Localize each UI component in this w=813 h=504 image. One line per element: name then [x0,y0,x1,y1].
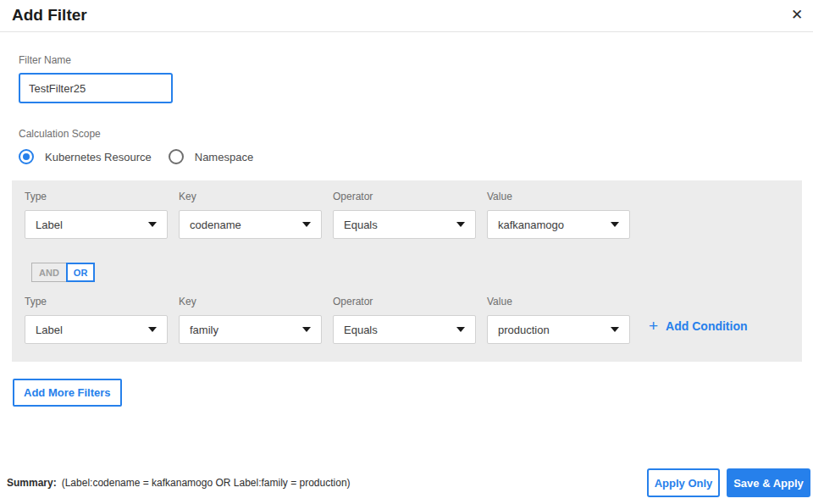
radio-namespace[interactable]: Namespace [169,149,253,164]
header-divider [0,31,813,32]
type-label: Type [25,296,168,307]
and-toggle-button[interactable]: AND [31,263,67,282]
chevron-down-icon [148,222,157,227]
radio-unselected-icon[interactable] [169,149,184,164]
dropdown-value: Equals [344,219,378,231]
chevron-down-icon [611,222,619,227]
key-label: Key [179,191,322,202]
chevron-down-icon [302,327,311,332]
dropdown-value: family [190,324,218,336]
filter-name-input[interactable] [19,73,173,103]
condition2-value-dropdown[interactable]: production [487,315,630,344]
chevron-down-icon [611,327,619,332]
condition1-operator-group: Operator Equals [333,191,476,239]
dropdown-value: production [498,324,550,336]
condition2-key-dropdown[interactable]: family [179,315,322,344]
chevron-down-icon [456,222,465,227]
condition2-type-dropdown[interactable]: Label [25,315,168,344]
value-label: Value [487,191,630,202]
dropdown-value: codename [190,219,241,231]
add-condition-label: Add Condition [666,319,747,333]
dropdown-value: kafkanamogo [498,219,564,231]
save-and-apply-button[interactable]: Save & Apply [727,468,810,497]
condition1-type-group: Type Label [25,191,168,239]
add-more-filters-button[interactable]: Add More Filters [13,379,122,407]
summary-expression: (Label:codename = kafkanamogo OR Label:f… [62,477,351,489]
condition1-key-dropdown[interactable]: codename [179,210,322,239]
condition1-type-dropdown[interactable]: Label [25,210,168,239]
radio-selected-icon[interactable] [19,149,34,164]
condition1-key-group: Key codename [179,191,322,239]
key-label: Key [179,296,322,307]
summary-label: Summary: [7,477,57,489]
condition2-value-group: Value production [487,296,630,344]
operator-label: Operator [333,296,476,307]
chevron-down-icon [302,222,311,227]
condition1-value-dropdown[interactable]: kafkanamogo [487,210,630,239]
or-toggle-button[interactable]: OR [66,263,96,282]
condition2-type-group: Type Label [25,296,168,344]
calculation-scope-label: Calculation Scope [19,128,101,140]
condition2-key-group: Key family [179,296,322,344]
operator-label: Operator [333,191,476,202]
radio-kubernetes-resource[interactable]: Kubernetes Resource [19,149,152,164]
condition1-operator-dropdown[interactable]: Equals [333,210,476,239]
chevron-down-icon [148,327,157,332]
radio-label: Namespace [195,151,253,163]
type-label: Type [25,191,168,202]
conditions-panel: Type Label Key codename Operator Equals … [12,180,802,362]
add-filter-dialog: Add Filter ✕ Filter Name Calculation Sco… [0,0,813,504]
close-icon[interactable]: ✕ [788,6,806,25]
calculation-scope-options: Kubernetes Resource Namespace [19,149,270,164]
condition2-operator-dropdown[interactable]: Equals [333,315,476,344]
apply-only-button[interactable]: Apply Only [647,468,720,497]
dropdown-value: Label [36,219,63,231]
condition2-operator-group: Operator Equals [333,296,476,344]
dropdown-value: Equals [344,324,378,336]
logic-operator-toggle: AND OR [31,263,95,282]
dropdown-value: Label [36,324,63,336]
condition1-value-group: Value kafkanamogo [487,191,630,239]
radio-label: Kubernetes Resource [45,151,152,163]
add-condition-button[interactable]: + Add Condition [649,318,748,334]
value-label: Value [487,296,630,307]
filter-name-label: Filter Name [19,54,71,66]
chevron-down-icon [456,327,465,332]
summary-text: Summary:(Label:codename = kafkanamogo OR… [7,477,351,489]
plus-icon: + [649,318,658,334]
dialog-title: Add Filter [12,6,87,25]
